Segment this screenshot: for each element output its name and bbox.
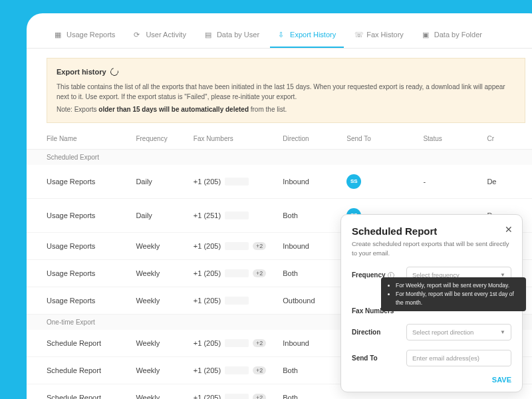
tab-export-history[interactable]: ⇩Export History — [270, 24, 344, 48]
modal-title: Scheduled Report — [352, 225, 511, 237]
tab-icon: ▦ — [55, 31, 63, 39]
close-icon[interactable]: ✕ — [505, 224, 513, 235]
tab-icon: ▤ — [205, 31, 213, 39]
redacted — [225, 211, 249, 219]
sendto-label: Send To — [352, 354, 400, 362]
refresh-icon[interactable] — [108, 66, 119, 77]
group-header: Scheduled Export — [27, 150, 532, 165]
redacted — [225, 242, 249, 250]
col-status: Status — [423, 135, 487, 142]
tab-data-by-user[interactable]: ▤Data by User — [197, 24, 267, 48]
modal-subtitle: Create scheduled report exports that wil… — [352, 239, 511, 257]
more-badge: +2 — [253, 394, 266, 400]
redacted — [225, 297, 249, 305]
table-row[interactable]: Usage ReportsDaily+1 (205)InboundSS-De — [27, 165, 532, 199]
sendto-input[interactable]: Enter email address(es) — [406, 350, 511, 366]
tab-icon: ⇩ — [278, 31, 286, 39]
col-send: Send To — [346, 135, 423, 142]
redacted — [225, 269, 249, 277]
notice-note: Note: Exports older than 15 days will be… — [57, 104, 515, 114]
scheduled-report-modal: ✕ Scheduled Report Create scheduled repo… — [340, 214, 523, 392]
redacted — [225, 394, 249, 400]
tab-icon: ☏ — [354, 31, 362, 39]
tab-icon: ▣ — [422, 31, 430, 39]
more-badge: +2 — [253, 366, 266, 374]
col-file: File Name — [47, 135, 136, 142]
notice-body: This table contains the list of all the … — [57, 82, 515, 102]
col-freq: Frequency — [136, 135, 193, 142]
col-fax: Fax Numbers — [194, 135, 283, 142]
col-dir: Direction — [283, 135, 346, 142]
table-header: File Name Frequency Fax Numbers Directio… — [27, 128, 532, 150]
redacted — [225, 339, 249, 347]
notice-title-text: Export history — [57, 66, 106, 78]
save-button[interactable]: SAVE — [352, 376, 511, 384]
redacted — [225, 366, 249, 374]
frequency-tooltip: For Weekly, report will be sent every Mo… — [381, 277, 526, 311]
notice-title: Export history — [57, 66, 515, 78]
avatar: SS — [346, 174, 361, 189]
more-badge: +2 — [253, 269, 266, 277]
tab-data-by-folder[interactable]: ▣Data by Folder — [414, 24, 490, 48]
direction-label: Direction — [352, 329, 400, 336]
sendto-field: Send To Enter email address(es) — [352, 350, 511, 366]
more-badge: +2 — [253, 242, 266, 250]
tab-usage-reports[interactable]: ▦Usage Reports — [47, 24, 123, 48]
direction-field: Direction Select report direction▼ — [352, 324, 511, 340]
direction-select[interactable]: Select report direction▼ — [406, 324, 511, 340]
tab-bar: ▦Usage Reports⟳User Activity▤Data by Use… — [27, 24, 532, 49]
more-badge: +2 — [253, 339, 266, 347]
col-cr: Cr — [487, 135, 525, 142]
tab-fax-history[interactable]: ☏Fax History — [346, 24, 412, 48]
export-history-notice: Export history This table contains the l… — [47, 58, 525, 123]
chevron-down-icon: ▼ — [500, 329, 505, 335]
tab-icon: ⟳ — [134, 31, 142, 39]
tab-user-activity[interactable]: ⟳User Activity — [126, 24, 194, 48]
redacted — [225, 178, 249, 186]
